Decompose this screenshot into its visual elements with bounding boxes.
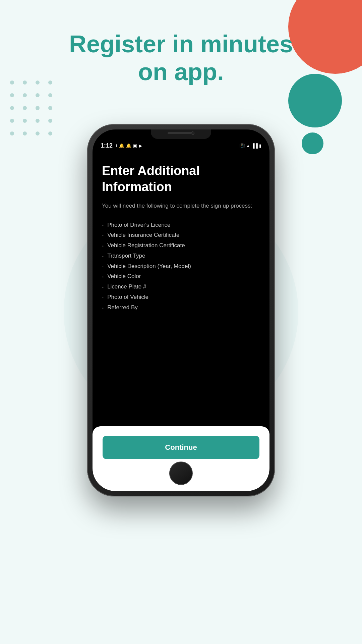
- phone-speaker: [168, 132, 194, 134]
- list-item: Vehicle Color: [102, 272, 260, 282]
- page-title: Register in minutes on app.: [0, 30, 362, 86]
- list-item: Vehicle Registration Certificate: [102, 241, 260, 251]
- list-item: Photo of Driver's Licence: [102, 220, 260, 231]
- phone-outer-shell: 1:12 f 🔔 🔔 ▣ ▶ 📳 ▲ ▐▐ ▮: [87, 124, 275, 496]
- screen-subtitle: You will need the following to complete …: [102, 202, 260, 210]
- header: Register in minutes on app.: [0, 30, 362, 86]
- status-time: 1:12: [101, 142, 113, 149]
- play-icon: ▶: [139, 143, 142, 148]
- notification2-icon: 🔔: [126, 143, 131, 148]
- phone-camera: [191, 131, 194, 135]
- battery-icon: ▮: [259, 143, 261, 148]
- requirements-list: Photo of Driver's Licence Vehicle Insura…: [102, 220, 260, 313]
- list-item: Vehicle Description (Year, Model): [102, 262, 260, 272]
- screen-title: Enter Additional Information: [102, 163, 260, 195]
- phone-home-button: [169, 462, 193, 485]
- signal-icon: ▐▐: [252, 143, 258, 148]
- list-item: Referred By: [102, 303, 260, 313]
- phone-screen: 1:12 f 🔔 🔔 ▣ ▶ 📳 ▲ ▐▐ ▮: [93, 129, 269, 491]
- status-bar: 1:12 f 🔔 🔔 ▣ ▶ 📳 ▲ ▐▐ ▮: [93, 140, 269, 152]
- continue-button[interactable]: Continue: [103, 436, 259, 459]
- phone-mockup: 1:12 f 🔔 🔔 ▣ ▶ 📳 ▲ ▐▐ ▮: [87, 124, 275, 496]
- phone-notch: [151, 129, 211, 139]
- screen-content: Enter Additional Information You will ne…: [93, 153, 269, 491]
- vibrate-icon: 📳: [239, 143, 245, 148]
- list-item: Licence Plate #: [102, 282, 260, 292]
- dot-grid-decoration: [10, 80, 55, 138]
- status-right-icons: 📳 ▲ ▐▐ ▮: [239, 143, 261, 148]
- bg-decoration-teal-small: [302, 132, 323, 154]
- list-item: Photo of Vehicle: [102, 292, 260, 303]
- wifi-icon: ▲: [246, 143, 250, 148]
- facebook-icon: f: [116, 143, 117, 148]
- list-item: Vehicle Insurance Certificate: [102, 230, 260, 241]
- notification-icon: 🔔: [119, 143, 124, 148]
- list-item: Transport Type: [102, 251, 260, 262]
- image-icon: ▣: [133, 143, 137, 148]
- status-left-icons: f 🔔 🔔 ▣ ▶: [116, 143, 142, 148]
